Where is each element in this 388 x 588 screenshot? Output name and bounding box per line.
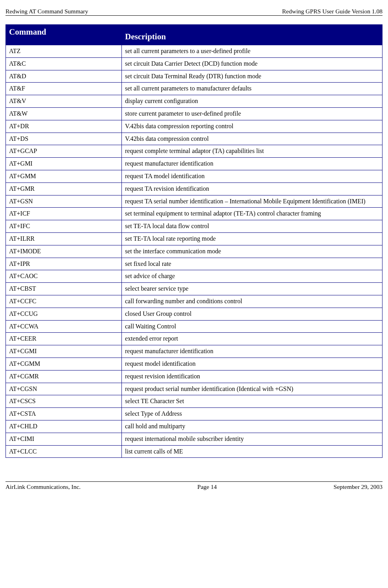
cell-description: select bearer service type [122, 283, 382, 295]
cell-command: AT+CCUG [6, 308, 122, 320]
table-row: AT&Vdisplay current configuration [6, 95, 382, 108]
table-row: AT+IFCset TE-TA local data flow control [6, 220, 382, 233]
cell-description: extended error report [122, 333, 382, 345]
cell-command: AT+CSTA [6, 408, 122, 420]
table-row: AT&Wstore current parameter to user-defi… [6, 107, 382, 120]
cell-command: AT+ILRR [6, 232, 122, 245]
cell-command: AT+GSN [6, 195, 122, 208]
page-footer: AirLink Communications, Inc. Page 14 Sep… [6, 481, 382, 490]
cell-description: list current calls of ME [122, 445, 382, 458]
table-row: AT+CGSNrequest product serial number ide… [6, 383, 382, 395]
table-row: AT+CCFCcall forwarding number and condit… [6, 295, 382, 308]
cell-description: call Waiting Control [122, 320, 382, 333]
cell-command: AT+CCWA [6, 320, 122, 333]
cell-description: request TA revision identification [122, 182, 382, 195]
cell-command: AT+CIMI [6, 433, 122, 445]
cell-description: select TE Character Set [122, 395, 382, 408]
at-command-table: Command Description ATZset all current p… [6, 24, 382, 458]
cell-description: request TA serial number identification … [122, 195, 382, 208]
cell-description: set all current parameters to a user-def… [122, 45, 382, 58]
table-row: AT+CBSTselect bearer service type [6, 283, 382, 295]
page-header: Redwing AT Command Summary Redwing GPRS … [6, 8, 382, 16]
table-row: AT+CHLDcall hold and multiparty [6, 420, 382, 433]
table-row: AT+GMRrequest TA revision identification [6, 182, 382, 195]
cell-description: closed User Group control [122, 308, 382, 320]
table-row: ATZset all current parameters to a user-… [6, 45, 382, 58]
table-row: AT+CAOCset advice of charge [6, 270, 382, 283]
cell-command: AT&F [6, 83, 122, 95]
cell-command: AT+CHLD [6, 420, 122, 433]
cell-description: set circuit Data Carrier Detect (DCD) fu… [122, 57, 382, 70]
table-row: AT+CEERextended error report [6, 333, 382, 345]
cell-command: AT&W [6, 107, 122, 120]
table-row: AT+CSCSselect TE Character Set [6, 395, 382, 408]
cell-description: call hold and multiparty [122, 420, 382, 433]
cell-description: request international mobile subscriber … [122, 433, 382, 445]
table-row: AT+GMMrequest TA model identification [6, 170, 382, 182]
table-row: AT+CCWAcall Waiting Control [6, 320, 382, 333]
table-row: AT+DSV.42bis data compression control [6, 133, 382, 145]
cell-command: AT+DR [6, 120, 122, 133]
cell-command: AT&D [6, 70, 122, 83]
cell-description: set TE-TA local data flow control [122, 220, 382, 233]
cell-description: request TA model identification [122, 170, 382, 182]
table-header-row: Command Description [6, 25, 382, 45]
cell-description: set terminal equipment to terminal adapt… [122, 208, 382, 220]
column-header-description: Description [122, 25, 382, 45]
cell-description: V.42bis data compression reporting contr… [122, 120, 382, 133]
cell-command: AT+GCAP [6, 145, 122, 158]
cell-description: request manufacturer identification [122, 345, 382, 358]
table-row: AT&Cset circuit Data Carrier Detect (DCD… [6, 57, 382, 70]
cell-description: request revision identification [122, 370, 382, 383]
cell-description: set TE-TA local rate reporting mode [122, 232, 382, 245]
footer-center: Page 14 [197, 483, 217, 490]
table-row: AT&Fset all current parameters to manufa… [6, 83, 382, 95]
column-header-command: Command [6, 25, 122, 45]
cell-command: AT+IMODE [6, 245, 122, 258]
cell-description: request model identification [122, 358, 382, 370]
table-row: AT+CIMIrequest international mobile subs… [6, 433, 382, 445]
cell-command: AT+GMM [6, 170, 122, 182]
cell-command: AT+GMR [6, 182, 122, 195]
table-row: AT+CCUGclosed User Group control [6, 308, 382, 320]
table-row: AT+GCAPrequest complete terminal adaptor… [6, 145, 382, 158]
table-row: AT+CGMRrequest revision identification [6, 370, 382, 383]
cell-command: AT+GMI [6, 158, 122, 170]
cell-command: AT+IPR [6, 258, 122, 270]
cell-description: set advice of charge [122, 270, 382, 283]
table-row: AT+IMODEset the interface communication … [6, 245, 382, 258]
cell-command: AT+CAOC [6, 270, 122, 283]
table-row: AT+ILRRset TE-TA local rate reporting mo… [6, 232, 382, 245]
table-row: AT+GSNrequest TA serial number identific… [6, 195, 382, 208]
footer-right: September 29, 2003 [334, 483, 382, 490]
cell-description: request product serial number identifica… [122, 383, 382, 395]
cell-command: AT+CCFC [6, 295, 122, 308]
cell-description: set the interface communication mode [122, 245, 382, 258]
table-row: AT+ICFset terminal equipment to terminal… [6, 208, 382, 220]
cell-command: AT+IFC [6, 220, 122, 233]
cell-description: call forwarding number and conditions co… [122, 295, 382, 308]
cell-description: select Type of Address [122, 408, 382, 420]
cell-description: display current configuration [122, 95, 382, 108]
cell-description: set all current parameters to manufactur… [122, 83, 382, 95]
footer-left: AirLink Communications, Inc. [6, 483, 81, 490]
cell-command: AT+CLCC [6, 445, 122, 458]
cell-command: AT&V [6, 95, 122, 108]
cell-command: AT+DS [6, 133, 122, 145]
cell-command: AT+CGMR [6, 370, 122, 383]
cell-description: V.42bis data compression control [122, 133, 382, 145]
table-row: AT+CGMMrequest model identification [6, 358, 382, 370]
table-row: AT+CLCClist current calls of ME [6, 445, 382, 458]
table-row: AT+GMIrequest manufacturer identificatio… [6, 158, 382, 170]
cell-command: AT+ICF [6, 208, 122, 220]
table-row: AT+CSTAselect Type of Address [6, 408, 382, 420]
table-row: AT+CGMIrequest manufacturer identificati… [6, 345, 382, 358]
header-left: Redwing AT Command Summary [6, 8, 88, 15]
table-row: AT&Dset circuit Data Terminal Ready (DTR… [6, 70, 382, 83]
cell-description: set circuit Data Terminal Ready (DTR) fu… [122, 70, 382, 83]
table-row: AT+DRV.42bis data compression reporting … [6, 120, 382, 133]
cell-command: AT+CGSN [6, 383, 122, 395]
cell-command: AT+CGMM [6, 358, 122, 370]
cell-command: ATZ [6, 45, 122, 58]
cell-description: set fixed local rate [122, 258, 382, 270]
